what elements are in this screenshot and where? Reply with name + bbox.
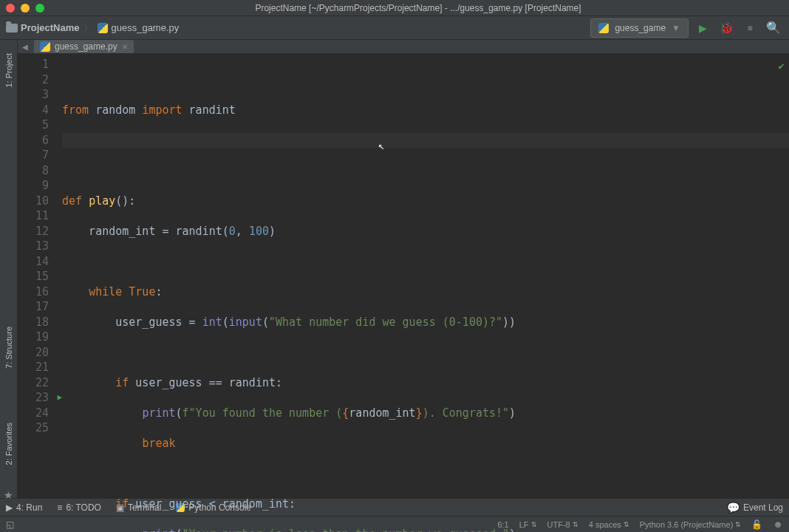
run-config-label: guess_game bbox=[615, 23, 666, 33]
python-file-icon bbox=[98, 23, 108, 33]
editor-tab-label: guess_game.py bbox=[55, 41, 117, 52]
debug-button[interactable]: 🐞 bbox=[717, 18, 736, 38]
tool-windows-icon[interactable]: ◱ bbox=[6, 519, 14, 530]
breadcrumb-file-label: guess_game.py bbox=[111, 22, 179, 33]
run-button[interactable]: ▶ bbox=[693, 18, 712, 38]
window-titlebar: ProjectName [~/PycharmProjects/ProjectNa… bbox=[0, 0, 789, 16]
code-content[interactable]: ↖ from random import randint def play():… bbox=[62, 57, 789, 532]
minimize-icon[interactable] bbox=[21, 4, 30, 13]
current-line-highlight bbox=[62, 133, 789, 149]
breadcrumb-project[interactable]: ProjectName bbox=[6, 22, 79, 33]
stop-button[interactable]: ■ bbox=[740, 18, 759, 38]
folder-icon bbox=[6, 24, 18, 33]
close-icon[interactable] bbox=[6, 4, 15, 13]
bug-icon: 🐞 bbox=[720, 21, 734, 35]
editor-tabs-bar: ◀ guess_game.py ✕ bbox=[18, 40, 789, 54]
sidebar-tab-project[interactable]: 1: Project bbox=[4, 47, 13, 93]
line-number-gutter[interactable]: 1234 5678 9101112 13141516 17181920 2122… bbox=[18, 57, 62, 532]
editor-tab[interactable]: guess_game.py ✕ bbox=[34, 40, 134, 53]
left-tool-stripe: 1: Project 7: Structure 2: Favorites ★ bbox=[0, 40, 18, 498]
sidebar-tab-favorites[interactable]: 2: Favorites bbox=[4, 417, 13, 471]
editor[interactable]: ✔ 1234 5678 9101112 13141516 17181920 21… bbox=[18, 54, 789, 532]
breadcrumb-file[interactable]: guess_game.py bbox=[98, 22, 179, 33]
chevron-down-icon: ▼ bbox=[672, 23, 680, 33]
run-config-selector[interactable]: guess_game ▼ bbox=[590, 18, 689, 38]
play-icon: ▶ bbox=[699, 22, 707, 34]
stop-icon: ■ bbox=[747, 23, 752, 33]
run-gutter-icon[interactable]: ▶ bbox=[57, 390, 62, 406]
python-file-icon bbox=[40, 41, 50, 52]
sidebar-tab-structure[interactable]: 7: Structure bbox=[4, 321, 13, 375]
close-tab-icon[interactable]: ✕ bbox=[122, 43, 128, 51]
breadcrumb-separator-icon: 〉 bbox=[83, 21, 93, 35]
breadcrumb-project-label: ProjectName bbox=[21, 22, 79, 33]
search-everywhere-button[interactable]: 🔍 bbox=[764, 18, 783, 38]
back-icon[interactable]: ◀ bbox=[22, 43, 28, 51]
python-file-icon bbox=[598, 23, 609, 33]
sidebar-star-icon[interactable]: ★ bbox=[4, 483, 13, 507]
maximize-icon[interactable] bbox=[35, 4, 44, 13]
toolbar: ProjectName 〉 guess_game.py guess_game ▼… bbox=[0, 16, 789, 40]
window-title: ProjectName [~/PycharmProjects/ProjectNa… bbox=[53, 3, 783, 13]
breadcrumb: ProjectName 〉 guess_game.py bbox=[6, 21, 179, 35]
search-icon: 🔍 bbox=[766, 21, 781, 35]
